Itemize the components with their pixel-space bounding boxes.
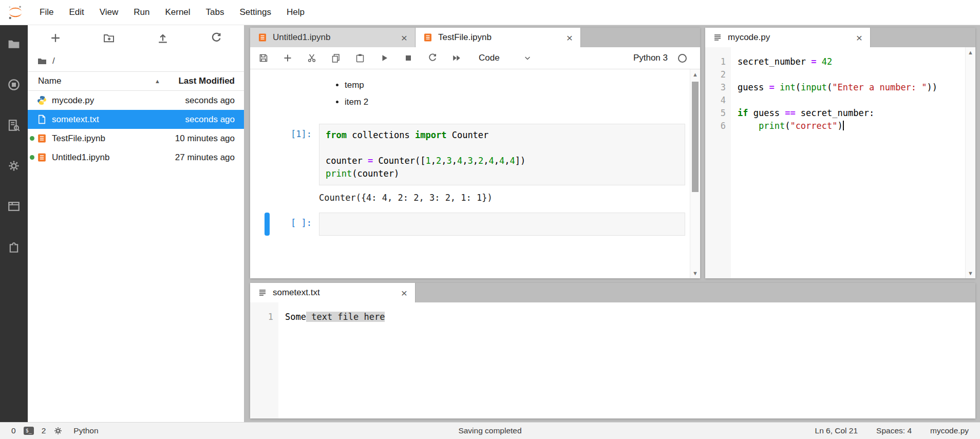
column-header-name[interactable]: Name [38,76,61,86]
close-icon[interactable]: × [399,32,410,43]
editor-content: 123456 secret_number = 42 guess = int(in… [705,47,975,278]
bottom-editor-panel: sometext.txt × 1 Some text file here [250,283,975,418]
breadcrumb[interactable]: / [28,51,244,71]
files-icon[interactable] [7,37,21,51]
copy-cells-icon[interactable] [331,53,341,63]
line-number-gutter: 1 [250,302,278,418]
terminals-count[interactable]: 0 [11,426,16,435]
execution-prompt: [ ]: [250,213,319,236]
file-row-testfile[interactable]: TestFile.ipynb 10 minutes ago [28,129,244,148]
markdown-cell[interactable]: temp item 2 [250,77,690,110]
active-file-name: mycode.py [930,426,969,435]
editor-scrollbar: ▲ ▼ [965,47,975,278]
text-document-icon [712,32,723,43]
tab-label: TestFile.ipynb [438,32,559,43]
kernels-count[interactable]: 2 [42,426,46,435]
inspector-icon[interactable] [7,119,21,132]
close-icon[interactable]: × [564,32,575,43]
file-modified: seconds ago [185,114,235,125]
notebook-panel: Untitled1.ipynb × TestFile.ipynb × [250,28,700,278]
file-modified: seconds ago [185,96,235,106]
restart-kernel-icon[interactable] [427,53,438,63]
kernel-idle-status-icon[interactable] [678,54,687,63]
tab-testfile-ipynb[interactable]: TestFile.ipynb × [416,28,581,47]
text-editor-area[interactable]: Some text file here [278,302,385,418]
kernel-running-dot [30,136,34,141]
file-browser-panel: / Name ▲ Last Modified mycode.py s [28,25,244,422]
scroll-down-icon[interactable]: ▼ [690,268,700,278]
indent-setting[interactable]: Spaces: 4 [876,426,912,435]
file-name: TestFile.ipynb [52,133,175,144]
stop-kernel-icon[interactable] [403,53,413,63]
text-editor-content: 1 Some text file here [250,302,975,418]
file-modified: 10 minutes ago [175,133,235,144]
markdown-bullet: temp [345,77,368,93]
menu-edit[interactable]: Edit [61,7,91,17]
cell-collapser[interactable] [265,213,270,236]
left-activity-bar [0,25,28,422]
kernel-name: Python 3 [633,53,668,63]
cut-cells-icon[interactable] [307,53,317,63]
menu-settings[interactable]: Settings [232,7,279,17]
cursor-position[interactable]: Ln 6, Col 21 [815,426,858,435]
sort-ascending-icon[interactable]: ▲ [155,78,160,84]
run-cell-icon[interactable] [379,53,389,63]
menu-run[interactable]: Run [126,7,157,17]
save-icon[interactable] [258,53,269,63]
scrollbar-thumb[interactable] [692,82,699,192]
running-sessions-icon[interactable] [7,78,21,91]
scroll-up-icon[interactable]: ▲ [966,47,975,58]
notebook-content: temp item 2 [1]: from collections import… [250,69,700,278]
file-row-mycode[interactable]: mycode.py seconds ago [28,91,244,110]
close-icon[interactable]: × [399,288,410,298]
markdown-bullet: item 2 [345,93,368,110]
upload-icon[interactable] [157,32,169,44]
notebook-tab-bar: Untitled1.ipynb × TestFile.ipynb × [250,28,700,47]
insert-cell-icon[interactable] [282,53,293,63]
file-name: sometext.txt [52,114,185,125]
property-inspector-gear-icon[interactable] [7,159,21,173]
menu-kernel[interactable]: Kernel [157,7,198,17]
tab-sometext-txt[interactable]: sometext.txt × [250,283,416,302]
scroll-down-icon[interactable]: ▼ [966,268,975,278]
file-row-untitled1[interactable]: Untitled1.ipynb 27 minutes ago [28,148,244,167]
folder-icon [37,56,47,66]
column-header-last-modified[interactable]: Last Modified [160,76,235,86]
jupyterlab-app: File Edit View Run Kernel Tabs Settings … [0,0,980,439]
kernel-selector[interactable]: Python 3 [633,53,692,63]
tab-untitled1-ipynb[interactable]: Untitled1.ipynb × [250,28,416,47]
menu-tabs[interactable]: Tabs [198,7,232,17]
terminal-icon[interactable]: $_ [24,427,34,435]
breadcrumb-root[interactable]: / [52,56,55,66]
code-cell-input[interactable] [319,213,685,236]
menu-help[interactable]: Help [279,7,312,17]
cell-output-area: Counter({4: 4, 2: 2, 3: 2, 1: 1}) [250,189,690,204]
menu-view[interactable]: View [92,7,126,17]
restart-run-all-icon[interactable] [451,53,462,63]
output-prompt [250,189,319,204]
tab-label: mycode.py [728,32,849,43]
menu-file[interactable]: File [32,7,61,17]
refresh-icon[interactable] [210,32,222,44]
file-row-sometext[interactable]: sometext.txt seconds ago [28,110,244,129]
extensions-icon[interactable] [7,240,21,254]
notebook-file-icon [36,152,47,163]
close-icon[interactable]: × [854,32,865,43]
tabs-icon[interactable] [7,200,21,213]
kernel-running-dot [30,155,34,160]
notebook-scrollbar: ▲ ▼ [690,69,700,278]
cell-type-dropdown[interactable]: Code [479,53,532,63]
cell-type-value: Code [479,53,500,63]
file-name: Untitled1.ipynb [52,152,175,163]
code-cell-input[interactable]: from collections import Counter counter … [319,124,685,185]
tab-mycode-py[interactable]: mycode.py × [705,28,871,47]
kernel-gear-icon[interactable] [53,426,63,435]
new-folder-icon[interactable] [103,32,115,44]
paste-cells-icon[interactable] [355,53,365,63]
notebook-file-icon [423,32,433,43]
scroll-up-icon[interactable]: ▲ [690,69,700,80]
new-launcher-icon[interactable] [49,32,62,44]
code-editor-area[interactable]: secret_number = 42 guess = int(input("En… [731,47,937,278]
jupyter-logo-icon [7,4,24,21]
editor-tab-bar: mycode.py × [705,28,975,47]
